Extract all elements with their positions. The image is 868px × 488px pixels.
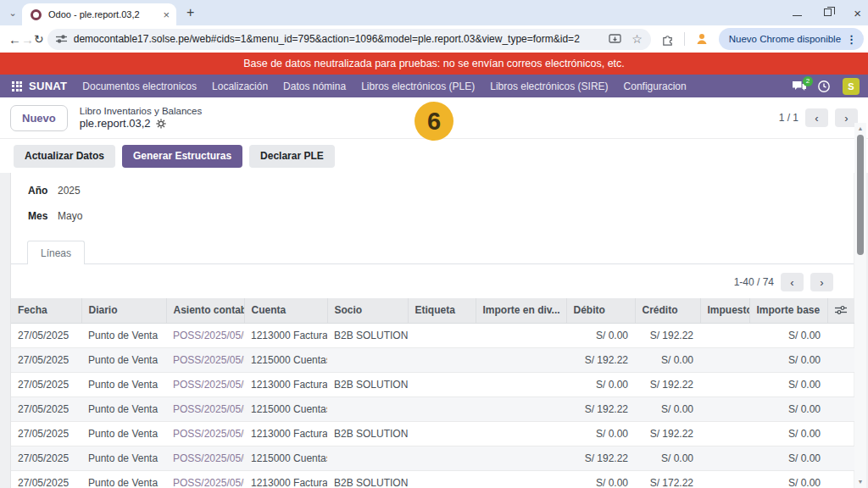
cell-fecha[interactable]: 27/05/2025 (11, 421, 81, 446)
column-header-importe_base[interactable]: Importe base (749, 298, 827, 323)
table-row[interactable]: 27/05/2025Punto de VentaPOSS/2025/05/0..… (11, 372, 854, 396)
cell-diario[interactable]: Punto de Venta (81, 396, 166, 421)
journal-entry-link[interactable]: POSS/2025/05/0... (173, 330, 244, 341)
table-row[interactable]: 27/05/2025Punto de VentaPOSS/2025/05/0..… (11, 396, 854, 421)
new-record-button[interactable]: Nuevo (10, 105, 68, 131)
forward-button[interactable]: → (21, 32, 34, 47)
cell-fecha[interactable]: 27/05/2025 (11, 396, 81, 421)
messages-button[interactable]: 2 (792, 80, 807, 92)
cell-asiento[interactable]: POSS/2025/05/0... (166, 421, 244, 446)
cell-asiento[interactable]: POSS/2025/05/0... (166, 347, 244, 372)
cell-credito[interactable]: S/ 192.22 (635, 421, 700, 446)
profile-icon[interactable] (695, 32, 709, 46)
column-header-asiento[interactable]: Asiento contable (166, 298, 244, 323)
optional-columns-icon[interactable] (827, 298, 854, 323)
minimize-button[interactable] (793, 7, 802, 19)
cell-impuesto[interactable] (700, 446, 749, 470)
scrollbar-thumb[interactable] (857, 135, 864, 255)
cell-debito[interactable]: S/ 192.22 (566, 446, 635, 470)
new-tab-button[interactable]: + (186, 5, 194, 20)
column-header-socio[interactable]: Socio (327, 298, 408, 323)
cell-diario[interactable]: Punto de Venta (81, 446, 166, 470)
column-header-fecha[interactable]: Fecha (11, 298, 81, 323)
scroll-down-arrow[interactable]: ▼ (854, 479, 866, 485)
journal-entry-link[interactable]: POSS/2025/05/0... (173, 452, 244, 464)
cell-importe_div[interactable] (476, 347, 566, 372)
cell-credito[interactable]: S/ 0.00 (635, 396, 700, 421)
cell-diario[interactable]: Punto de Venta (81, 347, 166, 372)
cell-etiqueta[interactable] (408, 421, 476, 446)
cell-impuesto[interactable] (700, 421, 749, 446)
cell-importe_base[interactable]: S/ 0.00 (749, 323, 827, 347)
declarar-ple-button[interactable]: Declarar PLE (249, 145, 335, 168)
cell-cuenta[interactable]: 1215000 Cuentas... (244, 446, 327, 470)
back-button[interactable]: ← (8, 32, 21, 47)
cell-impuesto[interactable] (700, 396, 749, 421)
kebab-menu-icon[interactable]: ⋮ (846, 33, 857, 46)
column-header-cuenta[interactable]: Cuenta (244, 298, 327, 323)
cell-importe_base[interactable]: S/ 0.00 (749, 470, 827, 488)
column-header-importe_div[interactable]: Importe en div... (476, 298, 566, 323)
column-header-impuesto[interactable]: Impuesto (700, 298, 749, 323)
list-previous-button[interactable]: ‹ (781, 273, 804, 291)
apps-grid-icon[interactable] (12, 81, 22, 92)
cell-diario[interactable]: Punto de Venta (81, 372, 166, 396)
app-brand[interactable]: SUNAT (29, 80, 67, 92)
cell-debito[interactable]: S/ 192.22 (566, 396, 635, 421)
cell-debito[interactable]: S/ 0.00 (566, 323, 635, 347)
list-next-button[interactable]: › (810, 273, 833, 291)
cell-impuesto[interactable] (700, 372, 749, 396)
cell-diario[interactable]: Punto de Venta (81, 470, 166, 488)
cell-etiqueta[interactable] (408, 470, 476, 488)
cell-etiqueta[interactable] (408, 347, 476, 372)
cell-fecha[interactable]: 27/05/2025 (11, 446, 81, 470)
table-row[interactable]: 27/05/2025Punto de VentaPOSS/2025/05/0..… (11, 323, 854, 347)
cell-importe_base[interactable]: S/ 0.00 (749, 347, 827, 372)
cell-fecha[interactable]: 27/05/2025 (11, 347, 81, 372)
column-header-credito[interactable]: Crédito (635, 298, 700, 323)
column-header-etiqueta[interactable]: Etiqueta (408, 298, 476, 323)
cell-debito[interactable]: S/ 192.22 (566, 347, 635, 372)
table-row[interactable]: 27/05/2025Punto de VentaPOSS/2025/05/0..… (11, 446, 854, 470)
nav-item-libros-sire[interactable]: Libros electrónicos (SIRE) (490, 80, 608, 92)
address-bar[interactable]: democontable17.solse.pe/web#cids=1&menu_… (47, 29, 651, 50)
gear-icon[interactable] (156, 119, 166, 129)
generar-estructuras-button[interactable]: Generar Estructuras (122, 145, 242, 168)
cell-socio[interactable] (327, 396, 408, 421)
cell-cuenta[interactable]: 1215000 Cuentas... (244, 347, 327, 372)
tab-lineas[interactable]: Líneas (27, 241, 85, 264)
window-close-button[interactable]: × (854, 7, 861, 19)
cell-fecha[interactable]: 27/05/2025 (11, 470, 81, 488)
nav-item-datos-nomina[interactable]: Datos nómina (283, 80, 346, 92)
cell-socio[interactable]: B2B SOLUTIONS ... (327, 421, 408, 446)
cell-importe_div[interactable] (476, 396, 566, 421)
cell-socio[interactable]: B2B SOLUTIONS ... (327, 323, 408, 347)
extensions-puzzle-icon[interactable] (661, 33, 674, 46)
actualizar-datos-button[interactable]: Actualizar Datos (14, 145, 115, 168)
table-row[interactable]: 27/05/2025Punto de VentaPOSS/2025/05/0..… (11, 347, 854, 372)
cell-importe_base[interactable]: S/ 0.00 (749, 446, 827, 470)
cell-cuenta[interactable]: 1213000 Facturas... (244, 470, 327, 488)
nav-item-localizacion[interactable]: Localización (212, 80, 268, 92)
cell-importe_base[interactable]: S/ 0.00 (749, 372, 827, 396)
tab-close-icon[interactable]: × (163, 9, 170, 20)
site-settings-icon[interactable] (56, 34, 67, 44)
cell-asiento[interactable]: POSS/2025/05/0... (166, 372, 244, 396)
pager-previous-button[interactable]: ‹ (805, 108, 828, 127)
cell-importe_div[interactable] (476, 372, 566, 396)
journal-entry-link[interactable]: POSS/2025/05/0... (173, 354, 244, 366)
cell-importe_div[interactable] (476, 421, 566, 446)
cell-asiento[interactable]: POSS/2025/05/0... (166, 470, 244, 488)
cell-debito[interactable]: S/ 0.00 (566, 470, 635, 488)
cell-importe_div[interactable] (476, 446, 566, 470)
cell-etiqueta[interactable] (408, 446, 476, 470)
cell-etiqueta[interactable] (408, 396, 476, 421)
install-app-icon[interactable] (609, 34, 621, 45)
cell-impuesto[interactable] (700, 347, 749, 372)
column-header-debito[interactable]: Débito (566, 298, 635, 323)
bookmark-star-icon[interactable]: ☆ (632, 32, 643, 46)
reload-button[interactable]: ↻ (34, 32, 44, 46)
cell-impuesto[interactable] (700, 323, 749, 347)
journal-entry-link[interactable]: POSS/2025/05/0... (173, 428, 244, 440)
cell-asiento[interactable]: POSS/2025/05/0... (166, 396, 244, 421)
